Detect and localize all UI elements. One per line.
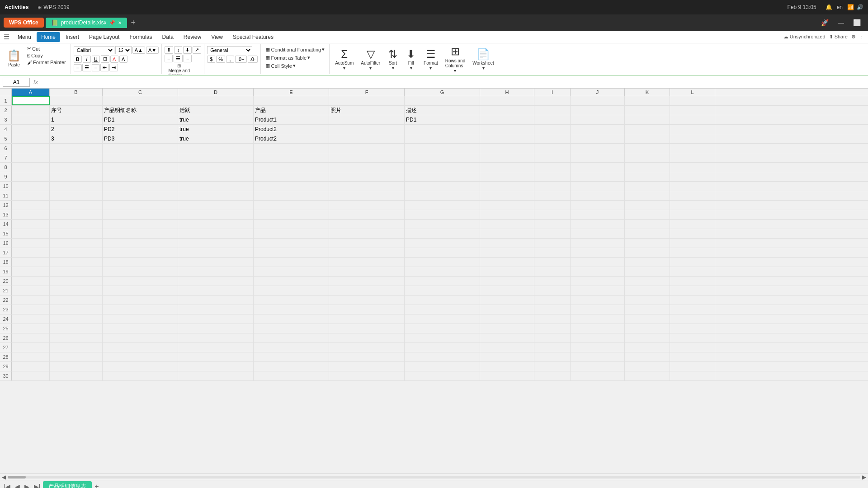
cell-E19[interactable] — [254, 267, 329, 276]
cell-E23[interactable] — [254, 305, 329, 314]
cell-J11[interactable] — [571, 191, 625, 200]
cell-B18[interactable] — [50, 258, 103, 267]
cell-J26[interactable] — [571, 333, 625, 343]
cell-G18[interactable] — [405, 258, 480, 267]
cell-K21[interactable] — [625, 286, 670, 295]
cell-A19[interactable] — [12, 267, 50, 276]
row-number[interactable]: 24 — [0, 314, 12, 324]
cell-A1[interactable] — [12, 96, 50, 105]
cell-I7[interactable] — [534, 153, 571, 162]
cell-D18[interactable] — [178, 258, 254, 267]
row-number[interactable]: 1 — [0, 96, 12, 105]
cell-B29[interactable] — [50, 362, 103, 371]
cut-button[interactable]: ✂ Cut — [25, 45, 68, 52]
cell-B4[interactable]: 2 — [50, 125, 103, 134]
cell-E4[interactable]: Product2 — [254, 125, 329, 134]
cell-I12[interactable] — [534, 201, 571, 210]
cell-C14[interactable] — [103, 220, 178, 229]
cell-A21[interactable] — [12, 286, 50, 295]
cell-F30[interactable] — [329, 371, 405, 380]
autofilter-button[interactable]: ▽ AutoFilter▾ — [358, 46, 383, 72]
cell-I23[interactable] — [534, 305, 571, 314]
fill-button[interactable]: ⬇ Fill▾ — [403, 46, 419, 72]
cell-J21[interactable] — [571, 286, 625, 295]
cell-K8[interactable] — [625, 163, 670, 172]
cell-A24[interactable] — [12, 314, 50, 324]
cell-A10[interactable] — [12, 182, 50, 191]
row-number[interactable]: 26 — [0, 333, 12, 343]
cell-C12[interactable] — [103, 201, 178, 210]
cell-H26[interactable] — [480, 333, 534, 343]
merge-center-button[interactable]: ⊞ Merge andCenter ▾ — [166, 62, 192, 76]
col-header-A[interactable]: A — [12, 89, 50, 96]
cell-A16[interactable] — [12, 239, 50, 248]
hscroll-track[interactable] — [8, 476, 860, 479]
cell-G6[interactable] — [405, 144, 480, 153]
add-sheet-button[interactable]: + — [93, 483, 100, 488]
cell-A6[interactable] — [12, 144, 50, 153]
cell-H9[interactable] — [480, 172, 534, 181]
cell-A13[interactable] — [12, 210, 50, 219]
cell-H17[interactable] — [480, 248, 534, 257]
cell-A8[interactable] — [12, 163, 50, 172]
hscroll-thumb[interactable] — [8, 476, 26, 479]
col-header-G[interactable]: G — [405, 89, 480, 96]
worksheet-button[interactable]: 📄 Worksheet▾ — [470, 46, 497, 72]
cell-J30[interactable] — [571, 371, 625, 380]
copy-button[interactable]: ⎘ Copy — [25, 52, 68, 59]
cell-E15[interactable] — [254, 229, 329, 238]
cell-J7[interactable] — [571, 153, 625, 162]
cell-A29[interactable] — [12, 362, 50, 371]
cell-E13[interactable] — [254, 210, 329, 219]
cell-G10[interactable] — [405, 182, 480, 191]
cell-A3[interactable] — [12, 115, 50, 124]
cell-J1[interactable] — [571, 96, 625, 105]
cell-G20[interactable] — [405, 277, 480, 286]
cell-D26[interactable] — [178, 333, 254, 343]
cell-K5[interactable] — [625, 134, 670, 143]
cell-C28[interactable] — [103, 352, 178, 361]
cell-D7[interactable] — [178, 153, 254, 162]
font-name-select[interactable]: Calibri — [74, 46, 114, 54]
cell-L10[interactable] — [670, 182, 715, 191]
cell-D14[interactable] — [178, 220, 254, 229]
cell-K26[interactable] — [625, 333, 670, 343]
cell-I15[interactable] — [534, 229, 571, 238]
cell-E7[interactable] — [254, 153, 329, 162]
cell-J5[interactable] — [571, 134, 625, 143]
cell-F19[interactable] — [329, 267, 405, 276]
cell-G27[interactable] — [405, 343, 480, 352]
col-header-B[interactable]: B — [50, 89, 103, 96]
cell-G4[interactable] — [405, 125, 480, 134]
cell-H15[interactable] — [480, 229, 534, 238]
cell-L30[interactable] — [670, 371, 715, 380]
cell-J18[interactable] — [571, 258, 625, 267]
cell-H29[interactable] — [480, 362, 534, 371]
cell-I19[interactable] — [534, 267, 571, 276]
cell-H27[interactable] — [480, 343, 534, 352]
cell-J15[interactable] — [571, 229, 625, 238]
cell-K2[interactable] — [625, 106, 670, 115]
cell-L24[interactable] — [670, 314, 715, 324]
cell-C24[interactable] — [103, 314, 178, 324]
cell-D27[interactable] — [178, 343, 254, 352]
text-rotate-button[interactable]: ↗ — [193, 46, 201, 54]
cell-L27[interactable] — [670, 343, 715, 352]
cell-E11[interactable] — [254, 191, 329, 200]
cell-I20[interactable] — [534, 277, 571, 286]
menu-item-formulas[interactable]: Formulas — [125, 32, 156, 42]
cell-A12[interactable] — [12, 201, 50, 210]
row-number[interactable]: 7 — [0, 153, 12, 162]
cell-C5[interactable]: PD3 — [103, 134, 178, 143]
cell-K14[interactable] — [625, 220, 670, 229]
cell-F18[interactable] — [329, 258, 405, 267]
cell-F2[interactable]: 照片 — [329, 106, 405, 115]
cell-A20[interactable] — [12, 277, 50, 286]
indent-dec-button[interactable]: ⇤ — [100, 64, 109, 71]
cell-G17[interactable] — [405, 248, 480, 257]
cell-J4[interactable] — [571, 125, 625, 134]
cell-G14[interactable] — [405, 220, 480, 229]
cell-F22[interactable] — [329, 296, 405, 305]
horizontal-scrollbar[interactable]: ◀ ▶ — [0, 474, 868, 480]
cell-F24[interactable] — [329, 314, 405, 324]
